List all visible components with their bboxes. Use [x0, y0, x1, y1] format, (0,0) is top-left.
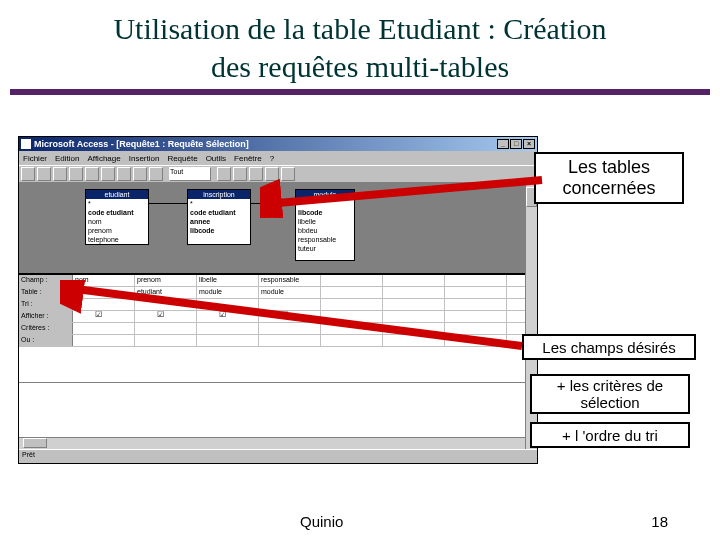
field[interactable]: telephone — [86, 235, 148, 244]
table-module[interactable]: module * libcode libelle bbdeu responsab… — [295, 189, 355, 261]
grid-cell[interactable]: module — [259, 287, 321, 298]
grid-checkbox[interactable] — [445, 311, 507, 322]
field[interactable]: libelle — [296, 217, 354, 226]
grid-cell[interactable] — [197, 299, 259, 310]
grid-cell[interactable] — [445, 335, 507, 346]
tool-show-table-icon[interactable] — [133, 167, 147, 181]
grid-cell[interactable] — [383, 335, 445, 346]
tool-new-icon[interactable] — [265, 167, 279, 181]
field[interactable]: * — [86, 199, 148, 208]
grid-cell[interactable] — [197, 335, 259, 346]
field[interactable]: libcode — [296, 208, 354, 217]
horizontal-scrollbar[interactable] — [19, 437, 525, 449]
scroll-thumb[interactable] — [23, 438, 47, 448]
grid-cell[interactable] — [73, 299, 135, 310]
grid-checkbox[interactable] — [135, 311, 197, 322]
grid-cell[interactable] — [445, 287, 507, 298]
field[interactable]: annee — [188, 217, 250, 226]
query-diagram-pane[interactable]: etudiant * code etudiant nom prenom tele… — [19, 183, 537, 275]
slide-title: Utilisation de la table Etudiant : Créat… — [0, 0, 720, 89]
grid-cell[interactable] — [259, 323, 321, 334]
close-button[interactable]: × — [523, 139, 535, 149]
field[interactable]: bbdeu — [296, 226, 354, 235]
tool-view-icon[interactable] — [21, 167, 35, 181]
tool-totals-icon[interactable] — [149, 167, 163, 181]
grid-cell[interactable] — [321, 299, 383, 310]
field[interactable]: * — [296, 199, 354, 208]
grid-cell[interactable] — [321, 323, 383, 334]
grid-cell[interactable]: module — [197, 287, 259, 298]
tool-save-icon[interactable] — [37, 167, 51, 181]
tool-copy-icon[interactable] — [85, 167, 99, 181]
grid-cell[interactable] — [321, 275, 383, 286]
grid-checkbox[interactable] — [321, 311, 383, 322]
field[interactable]: tuteur — [296, 244, 354, 253]
top-values-select[interactable]: Tout — [169, 167, 211, 181]
grid-cell[interactable]: libelle — [197, 275, 259, 286]
grid-cell[interactable] — [445, 323, 507, 334]
grid-cell[interactable]: nom — [73, 275, 135, 286]
grid-cell[interactable] — [383, 323, 445, 334]
grid-cell[interactable]: etudiant — [73, 287, 135, 298]
grid-cell[interactable] — [259, 299, 321, 310]
row-label-criteres: Critères : — [19, 323, 73, 334]
field[interactable]: prenom — [86, 226, 148, 235]
field[interactable]: * — [188, 199, 250, 208]
grid-cell[interactable] — [135, 323, 197, 334]
grid-cell[interactable] — [383, 287, 445, 298]
table-inscription-header: inscription — [188, 190, 250, 199]
menu-edition[interactable]: Edition — [55, 154, 79, 163]
grid-cell[interactable] — [73, 323, 135, 334]
grid-cell[interactable]: etudiant — [135, 287, 197, 298]
grid-checkbox[interactable] — [383, 311, 445, 322]
table-etudiant[interactable]: etudiant * code etudiant nom prenom tele… — [85, 189, 149, 245]
grid-cell[interactable] — [73, 335, 135, 346]
field[interactable]: code etudiant — [86, 208, 148, 217]
query-design-grid[interactable]: Champ : nom prenom libelle responsable T… — [19, 275, 537, 383]
tool-paste-icon[interactable] — [101, 167, 115, 181]
grid-cell[interactable] — [321, 287, 383, 298]
grid-cell[interactable]: responsable — [259, 275, 321, 286]
footer-page-number: 18 — [651, 513, 668, 530]
menu-help[interactable]: ? — [270, 154, 274, 163]
table-inscription[interactable]: inscription * code etudiant annee libcod… — [187, 189, 251, 245]
field[interactable]: responsable — [296, 235, 354, 244]
menu-fenetre[interactable]: Fenêtre — [234, 154, 262, 163]
menu-outils[interactable]: Outils — [206, 154, 226, 163]
grid-cell[interactable] — [135, 299, 197, 310]
grid-cell[interactable] — [321, 335, 383, 346]
grid-cell[interactable] — [445, 299, 507, 310]
minimize-button[interactable]: _ — [497, 139, 509, 149]
menu-insertion[interactable]: Insertion — [129, 154, 160, 163]
table-module-header: module — [296, 190, 354, 199]
tool-run-icon[interactable] — [117, 167, 131, 181]
grid-checkbox[interactable] — [259, 311, 321, 322]
tool-print-icon[interactable] — [53, 167, 67, 181]
grid-cell[interactable] — [197, 323, 259, 334]
menu-requete[interactable]: Requête — [167, 154, 197, 163]
callout-tables-concernees: Les tables concernées — [534, 152, 684, 204]
field[interactable]: libcode — [188, 226, 250, 235]
row-label-ou: Ou : — [19, 335, 73, 346]
maximize-button[interactable]: □ — [510, 139, 522, 149]
menu-affichage[interactable]: Affichage — [87, 154, 120, 163]
tool-build-icon[interactable] — [233, 167, 247, 181]
title-underline — [10, 89, 710, 95]
grid-cell[interactable] — [135, 335, 197, 346]
tool-cut-icon[interactable] — [69, 167, 83, 181]
grid-cell[interactable] — [383, 299, 445, 310]
title-line-1: Utilisation de la table Etudiant : Créat… — [113, 12, 606, 45]
grid-cell[interactable] — [445, 275, 507, 286]
field[interactable]: code etudiant — [188, 208, 250, 217]
grid-cell[interactable]: prenom — [135, 275, 197, 286]
grid-checkbox[interactable] — [197, 311, 259, 322]
grid-cell[interactable] — [383, 275, 445, 286]
grid-cell[interactable] — [259, 335, 321, 346]
tool-properties-icon[interactable] — [217, 167, 231, 181]
tool-db-window-icon[interactable] — [249, 167, 263, 181]
tool-help-icon[interactable] — [281, 167, 295, 181]
grid-checkbox[interactable] — [73, 311, 135, 322]
field[interactable]: nom — [86, 217, 148, 226]
table-etudiant-header: etudiant — [86, 190, 148, 199]
menu-fichier[interactable]: Fichier — [23, 154, 47, 163]
